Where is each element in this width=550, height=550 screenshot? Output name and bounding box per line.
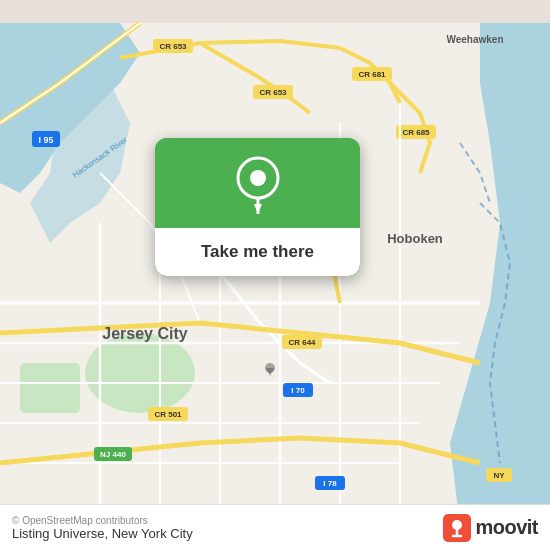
bottom-left: © OpenStreetMap contributors Listing Uni… <box>12 515 193 541</box>
svg-text:NY: NY <box>493 471 505 480</box>
bottom-bar: © OpenStreetMap contributors Listing Uni… <box>0 504 550 550</box>
svg-text:I 78: I 78 <box>323 479 337 488</box>
svg-point-48 <box>452 520 462 530</box>
attribution: © OpenStreetMap contributors <box>12 515 193 526</box>
svg-text:CR 644: CR 644 <box>288 338 316 347</box>
svg-marker-46 <box>254 204 262 214</box>
svg-point-4 <box>85 333 195 413</box>
svg-text:I 70: I 70 <box>291 386 305 395</box>
location-pin-icon <box>233 156 283 214</box>
take-me-there-button[interactable]: Take me there <box>155 228 360 276</box>
svg-text:CR 501: CR 501 <box>154 410 182 419</box>
moovit-logo: moovit <box>443 514 538 542</box>
map-container: I 95 CR 653 CR 653 CR 681 CR 685 <box>0 0 550 550</box>
svg-text:I 95: I 95 <box>38 135 53 145</box>
svg-rect-5 <box>20 363 80 413</box>
svg-text:CR 653: CR 653 <box>159 42 187 51</box>
moovit-text: moovit <box>475 516 538 539</box>
svg-text:Jersey City: Jersey City <box>102 325 187 342</box>
popup-card: Take me there <box>155 138 360 276</box>
svg-text:NJ 440: NJ 440 <box>100 450 126 459</box>
svg-point-45 <box>250 170 266 186</box>
svg-text:CR 685: CR 685 <box>402 128 430 137</box>
svg-text:CR 681: CR 681 <box>358 70 386 79</box>
svg-text:CR 653: CR 653 <box>259 88 287 97</box>
svg-text:Hoboken: Hoboken <box>387 231 443 246</box>
moovit-icon <box>443 514 471 542</box>
popup-icon-area <box>155 138 360 228</box>
svg-text:Weehawken: Weehawken <box>446 34 503 45</box>
location-name: Listing Universe, New York City <box>12 526 193 541</box>
